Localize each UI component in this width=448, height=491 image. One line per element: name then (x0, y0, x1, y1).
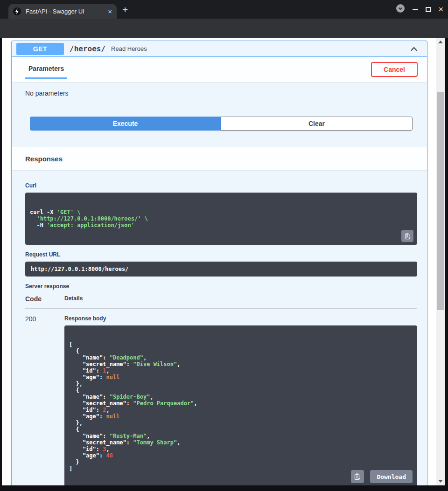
scroll-up-arrow-icon[interactable] (438, 41, 443, 43)
code-line: curl -X 'GET' \ (30, 209, 413, 215)
opblock-get-heroes: GET /heroes/ Read Heroes Parameters Canc… (11, 41, 427, 485)
parameters-header: Parameters Cancel (12, 57, 427, 82)
curl-command-block: curl -X 'GET' \ 'http://127.0.0.1:8000/h… (25, 193, 417, 245)
browser-titlebar: FastAPI - Swagger UI × + × (0, 0, 448, 19)
copy-response-button[interactable] (351, 470, 364, 483)
code-line: "secret_name": "Tommy Sharp", (69, 439, 413, 446)
details-column-header: Details (64, 295, 417, 303)
minimize-button[interactable] (413, 9, 418, 10)
code-line: { (69, 387, 413, 394)
code-line: "id": 2, (69, 407, 413, 413)
tab-close-icon[interactable]: × (108, 7, 112, 15)
code-line: "age": null (69, 374, 413, 380)
page-scrollbar[interactable] (436, 38, 445, 485)
method-badge: GET (16, 43, 64, 55)
code-line: }, (69, 380, 413, 387)
code-line: "name": "Rusty-Man", (69, 433, 413, 439)
tab-parameters[interactable]: Parameters (25, 65, 67, 79)
new-tab-button[interactable]: + (122, 4, 128, 15)
response-body-label: Response body (64, 315, 417, 322)
endpoint-summary: Read Heroes (111, 45, 147, 52)
tab-search-icon[interactable] (396, 4, 405, 15)
responses-body: Curl curl -X 'GET' \ 'http://127.0.0.1:8… (12, 170, 427, 485)
code-column-header: Code (25, 295, 64, 303)
request-url-label: Request URL (25, 251, 417, 258)
page-content: GET /heroes/ Read Heroes Parameters Canc… (2, 38, 436, 485)
code-line: 'http://127.0.0.1:8000/heroes/' \ (30, 215, 413, 222)
code-line: { (69, 348, 413, 354)
code-line: "age": 48 (69, 452, 413, 459)
response-row-200: 200 Response body [ { "name": "Deadpond"… (25, 309, 417, 485)
code-line: "id": 3, (69, 446, 413, 452)
tab-title: FastAPI - Swagger UI (26, 8, 104, 15)
server-response-table: Code Details 200 Response body [ { "name… (25, 295, 417, 485)
code-line: "name": "Deadpond", (69, 354, 413, 361)
server-response-label: Server response (25, 283, 417, 290)
browser-toolbar: ← → 127.0.0.1:8000/docs#/default/read_he… (0, 19, 448, 38)
responses-title: Responses (25, 155, 63, 163)
code-line: [ (69, 341, 413, 348)
code-line: }, (69, 420, 413, 426)
window-close-button[interactable]: × (438, 5, 443, 14)
status-code: 200 (25, 315, 64, 485)
scroll-down-arrow-icon[interactable] (438, 480, 443, 483)
execute-row: Execute Clear (12, 111, 427, 140)
code-line: { (69, 426, 413, 433)
parameters-body: No parameters (12, 82, 427, 111)
execute-button[interactable]: Execute (30, 117, 221, 131)
no-parameters-message: No parameters (25, 90, 69, 97)
code-line: } (69, 459, 413, 465)
response-details: Response body [ { "name": "Deadpond", "s… (64, 315, 417, 485)
collapse-chevron-up-icon[interactable] (409, 44, 419, 54)
response-body-actions: Download (351, 470, 413, 483)
cancel-button[interactable]: Cancel (371, 62, 418, 77)
code-line: "age": null (69, 413, 413, 420)
scrollbar-thumb[interactable] (437, 92, 444, 310)
endpoint-path: /heroes/ (70, 44, 105, 53)
code-line: "secret_name": "Dive Wilson", (69, 361, 413, 367)
code-line: -H 'accept: application/json' (30, 222, 413, 228)
fastapi-favicon-icon (13, 7, 21, 15)
copy-curl-button[interactable] (401, 230, 413, 242)
code-line: http://127.0.0.1:8000/heroes/ (31, 266, 412, 272)
code-line: "id": 1, (69, 367, 413, 374)
curl-label: Curl (25, 182, 417, 189)
maximize-button[interactable] (426, 7, 431, 12)
response-table-header: Code Details (25, 295, 417, 309)
responses-header: Responses (12, 147, 427, 170)
clear-button[interactable]: Clear (221, 117, 413, 131)
browser-tab[interactable]: FastAPI - Swagger UI × (8, 4, 117, 19)
code-line: "secret_name": "Pedro Parqueador", (69, 400, 413, 407)
response-body-block: [ { "name": "Deadpond", "secret_name": "… (64, 325, 417, 485)
download-button[interactable]: Download (370, 470, 413, 483)
code-line: "name": "Spider-Boy", (69, 394, 413, 400)
request-url-block: http://127.0.0.1:8000/heroes/ (25, 262, 417, 277)
opblock-header[interactable]: GET /heroes/ Read Heroes (12, 41, 427, 57)
window-controls: × (396, 4, 443, 14)
